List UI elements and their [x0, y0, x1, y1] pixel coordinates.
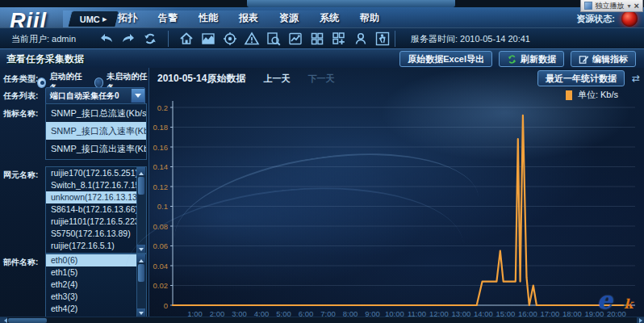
target-icon[interactable]	[222, 31, 238, 47]
radio-icon[interactable]	[37, 78, 46, 88]
refresh-green-icon	[507, 54, 517, 65]
server-time-label: 服务器时间: 2010-05-14 20:41	[411, 33, 530, 45]
browser-remnant-bar	[0, 0, 644, 7]
list-item[interactable]: S5750(172.16.13.89)	[46, 228, 137, 240]
list-item[interactable]: ruijie170(172.16.5.251)	[46, 167, 137, 179]
menu-item-5[interactable]: 系统	[320, 11, 339, 25]
menu-item-0[interactable]: 拓扑	[118, 11, 137, 25]
task-list-dropdown[interactable]: 端口自动采集任务0	[45, 87, 145, 104]
menu-item-6[interactable]: 帮助	[360, 11, 379, 25]
list-item[interactable]: ruijie1101(172.16.5.223)	[46, 216, 137, 228]
panel-header-buttons: 原始数据Excel导出 刷新数据 编辑指标	[399, 51, 636, 67]
player-icon	[584, 2, 592, 10]
edit-indicator-button[interactable]: 编辑指标	[571, 51, 636, 67]
list-item[interactable]: S8614-b(172.16.13.66)	[46, 203, 137, 216]
svg-text:0.02: 0.02	[153, 281, 169, 290]
scroll-right-icon[interactable]	[637, 317, 644, 323]
back-icon[interactable]	[98, 31, 115, 47]
player-toolbar-label: 独立播放	[596, 1, 625, 11]
svg-text:19:00: 19:00	[585, 309, 604, 317]
menu-item-4[interactable]: 资源	[279, 11, 299, 25]
svg-text:18:00: 18:00	[562, 309, 582, 317]
svg-text:12:00: 12:00	[429, 309, 449, 317]
resource-status: 资源状态:	[576, 10, 638, 27]
chart-legend: 单位: Kb/s	[566, 89, 618, 101]
svg-text:7:00: 7:00	[320, 309, 336, 317]
refresh-icon[interactable]	[142, 31, 158, 47]
svg-text:17:00: 17:00	[541, 309, 560, 317]
svg-text:0.06: 0.06	[153, 241, 169, 250]
refresh-data-button[interactable]: 刷新数据	[499, 51, 564, 67]
element-label: 网元名称:	[3, 170, 38, 181]
search-report-icon[interactable]	[266, 31, 282, 47]
chart-title: 2010-05-14原始数据	[157, 72, 245, 86]
toolbar-separator-2	[395, 31, 395, 47]
list-item[interactable]: SNMP_接口流入速率(Kb/s)	[46, 122, 146, 140]
svg-text:0.14: 0.14	[153, 162, 169, 171]
scroll-up-icon[interactable]	[137, 167, 145, 175]
svg-text:0.04: 0.04	[153, 262, 169, 271]
menu-item-3[interactable]: 报表	[239, 11, 258, 25]
task-list-label: 任务列表:	[3, 90, 38, 102]
panel-header: 查看任务采集数据 原始数据Excel导出 刷新数据 编辑指标	[0, 48, 644, 69]
chart-header: 2010-05-14原始数据 上一天 下一天	[157, 72, 334, 86]
svg-text:13:00: 13:00	[452, 309, 471, 317]
list-item[interactable]: eth1(5)	[46, 266, 137, 279]
hscroll-thumb[interactable]	[8, 318, 47, 323]
list-item[interactable]: SNMP_接口流出速率(Kb/s)	[46, 140, 146, 157]
excel-export-button[interactable]: 原始数据Excel导出	[399, 51, 492, 67]
swap-view-icon[interactable]: ⇄	[632, 73, 640, 84]
edit-icon	[579, 54, 589, 65]
user-icon[interactable]	[353, 31, 369, 47]
task-type-label: 任务类型:	[3, 73, 38, 85]
element-list: ruijie170(172.16.5.251)Switch_8.1(172.16…	[45, 166, 147, 254]
alarm-warning-icon[interactable]	[244, 31, 260, 47]
svg-text:0.12: 0.12	[153, 182, 169, 191]
close-icon[interactable]: ×	[634, 2, 639, 10]
forward-icon[interactable]	[120, 31, 136, 47]
list-item[interactable]: eth3(3)	[46, 291, 137, 303]
list-item[interactable]: Switch_8.1(172.16.7.15)	[46, 179, 137, 191]
svg-text:11:00: 11:00	[408, 309, 426, 317]
resource-status-badge[interactable]	[621, 10, 638, 27]
umc-tab[interactable]: UMC ▸	[68, 10, 120, 27]
area-chart-icon[interactable]	[200, 31, 216, 47]
svg-text:4:00: 4:00	[254, 309, 270, 317]
list-item[interactable]: eth2(4)	[46, 279, 137, 291]
prev-day-link[interactable]: 上一天	[263, 73, 290, 85]
scroll-thumb[interactable]	[138, 177, 144, 195]
list-item[interactable]: ruijie(172.16.5.1)	[46, 240, 137, 252]
scroll-down-icon[interactable]	[137, 308, 145, 317]
indicator-list: SNMP_接口总流速(Kb/s)SNMP_接口流入速率(Kb/s)SNMP_接口…	[45, 103, 147, 160]
performance-chart-icon[interactable]	[287, 31, 303, 47]
caret-down-icon[interactable]: ▾	[628, 2, 631, 10]
add-view-icon[interactable]	[331, 31, 347, 47]
year-stats-button[interactable]: 最近一年统计数据	[537, 70, 625, 86]
list-item[interactable]: unknown(172.16.13.134)	[46, 191, 137, 203]
chart-panel: 2010-05-14原始数据 上一天 下一天 最近一年统计数据 ⇄ 单位: Kb…	[149, 68, 644, 317]
list-item[interactable]: SNMP_接口总流速(Kb/s)	[46, 104, 146, 122]
radio-icon[interactable]	[94, 78, 104, 88]
scroll-left-icon[interactable]	[0, 317, 7, 323]
umc-tab-arrow-icon: ▸	[102, 14, 107, 24]
svg-text:14:00: 14:00	[474, 309, 493, 317]
menu-item-2[interactable]: 性能	[199, 11, 218, 25]
svg-text:0.18: 0.18	[153, 123, 169, 132]
menu-item-1[interactable]: 告警	[158, 11, 178, 25]
app-window: 独立播放 ▾ × Riil UMC ▸ 拓扑告警性能报表资源系统帮助 资源状态:…	[0, 0, 644, 323]
svg-text:0.08: 0.08	[153, 222, 169, 231]
grid-view-icon[interactable]	[309, 31, 325, 47]
list-item[interactable]: eth0(6)	[46, 254, 137, 266]
svg-text:0.16: 0.16	[153, 143, 169, 152]
list-item[interactable]: eth4(2)	[46, 303, 137, 315]
home-icon[interactable]	[178, 31, 194, 47]
floating-player-toolbar: 独立播放 ▾ ×	[580, 0, 643, 12]
horizontal-scrollbar[interactable]	[0, 317, 644, 323]
dropdown-arrow-icon[interactable]	[131, 89, 144, 103]
svg-text:0.1: 0.1	[157, 202, 168, 211]
browser-remnant-segment	[247, 0, 455, 7]
page-title: 查看任务采集数据	[6, 52, 84, 66]
logout-icon[interactable]	[374, 31, 391, 47]
svg-text:10:00: 10:00	[385, 309, 404, 317]
svg-text:8:00: 8:00	[343, 309, 358, 317]
